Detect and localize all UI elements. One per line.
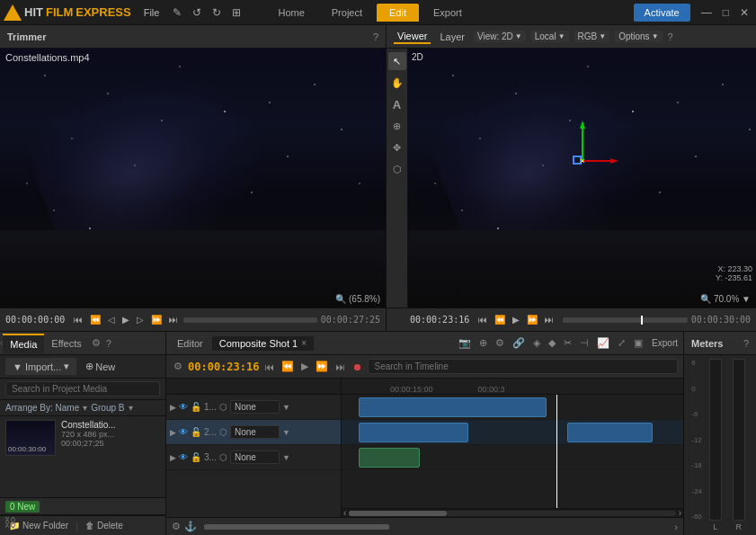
arrange-by-link[interactable]: Arrange By: Name: [5, 403, 79, 413]
viewer-step-fwd[interactable]: ⏩: [525, 314, 539, 325]
track3-expand[interactable]: ▶: [170, 453, 176, 462]
track3-name-input[interactable]: [230, 450, 280, 464]
zoom-fit-icon[interactable]: ⤢: [615, 336, 628, 350]
composite-close-btn[interactable]: ×: [301, 338, 307, 348]
track3-dropdown[interactable]: ▼: [282, 453, 290, 462]
track2-vis[interactable]: 👁: [179, 427, 188, 437]
delete-button[interactable]: 🗑 Delete: [82, 519, 127, 532]
trimmer-in-point[interactable]: ◁: [106, 314, 117, 325]
tab-edit[interactable]: Edit: [377, 4, 419, 22]
tl-step-back[interactable]: ⏪: [280, 360, 296, 373]
scroll-right-arrow[interactable]: ›: [679, 508, 681, 517]
undo-btn[interactable]: ↺: [188, 4, 206, 21]
settings-icon[interactable]: ⚙: [493, 336, 507, 350]
track1-dropdown[interactable]: ▼: [282, 403, 290, 412]
viewer-view-dropdown[interactable]: View: 2D ▼: [474, 31, 526, 42]
timeline-search-input[interactable]: [368, 359, 678, 374]
camera-icon[interactable]: 📷: [456, 336, 474, 350]
trim-icon[interactable]: ⊣: [577, 336, 591, 350]
marker-icon[interactable]: ◆: [546, 336, 558, 350]
trimmer-play[interactable]: ▶: [120, 314, 131, 325]
minimize-btn[interactable]: —: [698, 4, 716, 21]
trimmer-video-area[interactable]: Constellations.mp4 🔍 (65.8%): [0, 49, 386, 308]
footer-right-btn[interactable]: ›: [674, 522, 678, 532]
tl-skip-end[interactable]: ⏭: [334, 361, 347, 373]
viewer-tab-layer[interactable]: Layer: [436, 31, 468, 43]
activate-button[interactable]: Activate: [634, 4, 690, 22]
viewer-canvas[interactable]: 2D: [408, 49, 756, 308]
footer-settings-icon[interactable]: ⚙: [172, 521, 181, 532]
viewer-timebar[interactable]: [563, 317, 688, 323]
snap-icon[interactable]: ◈: [530, 336, 543, 350]
tool-select[interactable]: ↖: [388, 52, 406, 70]
tab-project[interactable]: Project: [319, 4, 375, 22]
track3-lock[interactable]: 🔓: [191, 452, 201, 462]
import-button[interactable]: ▼ Import... ▾: [5, 358, 76, 375]
track2-name-input[interactable]: [230, 425, 280, 439]
tool-text[interactable]: A: [388, 95, 406, 113]
media-item[interactable]: 00:00:30:00 Constellatio... 720 x 486 px…: [0, 416, 165, 459]
tool-add[interactable]: ⊕: [388, 117, 406, 135]
export-label[interactable]: Export: [652, 338, 678, 348]
viewer-step-back[interactable]: ⏪: [493, 314, 507, 325]
graph-icon[interactable]: 📈: [594, 336, 612, 350]
viewer-options-dropdown[interactable]: Options ▼: [615, 31, 662, 42]
viewer-rgb-dropdown[interactable]: RGB ▼: [574, 31, 610, 42]
viewer-tab-viewer[interactable]: Viewer: [394, 30, 431, 44]
scroll-track[interactable]: [349, 511, 675, 516]
trimmer-skip-end[interactable]: ⏭: [167, 314, 180, 325]
track1-expand[interactable]: ▶: [170, 403, 176, 412]
footer-anchor-icon[interactable]: ⚓: [184, 521, 197, 532]
viewer-play[interactable]: ▶: [511, 314, 521, 325]
trimmer-skip-start[interactable]: ⏮: [72, 314, 84, 325]
tl-settings-btn[interactable]: ⚙: [172, 360, 184, 373]
menu-file[interactable]: File: [137, 4, 167, 21]
add-track-icon[interactable]: ⊕: [476, 336, 490, 350]
render-icon[interactable]: ▣: [631, 336, 645, 350]
viewer-skip-end[interactable]: ⏭: [543, 314, 556, 325]
tool-mask[interactable]: ⬡: [388, 160, 406, 178]
tab-media[interactable]: Media: [3, 334, 44, 353]
scroll-thumb[interactable]: [349, 511, 447, 516]
footer-scrollbar[interactable]: [204, 524, 667, 530]
trimmer-out-point[interactable]: ▷: [135, 314, 146, 325]
track1-lock[interactable]: 🔓: [191, 402, 201, 412]
tl-clip-3a[interactable]: [359, 448, 420, 468]
trimmer-step-fwd[interactable]: ⏩: [149, 314, 164, 325]
tool-hand[interactable]: ✋: [388, 74, 406, 92]
track3-vis[interactable]: 👁: [179, 452, 188, 462]
trimmer-timebar[interactable]: [183, 317, 317, 323]
media-help-icon[interactable]: ?: [103, 338, 114, 349]
edit-icon[interactable]: ✎: [168, 4, 186, 21]
viewer-help[interactable]: ?: [668, 31, 673, 42]
tl-skip-start[interactable]: ⏮: [262, 361, 276, 373]
track2-dropdown[interactable]: ▼: [282, 428, 290, 437]
tab-export[interactable]: Export: [421, 4, 475, 22]
tool-transform[interactable]: ✥: [388, 138, 406, 156]
tl-clip-2a[interactable]: [359, 423, 468, 442]
tab-composite[interactable]: Composite Shot 1 ×: [212, 336, 314, 351]
tl-clip-2b[interactable]: [567, 423, 653, 442]
tab-editor[interactable]: Editor: [172, 336, 209, 351]
track1-vis[interactable]: 👁: [179, 402, 188, 412]
viewer-local-dropdown[interactable]: Local ▼: [531, 31, 569, 42]
media-settings-icon[interactable]: ⚙: [89, 337, 103, 349]
viewer-skip-start[interactable]: ⏮: [476, 314, 489, 325]
tl-step-fwd[interactable]: ⏩: [314, 360, 330, 373]
scroll-left-arrow[interactable]: ‹: [343, 508, 346, 517]
timeline-tracks[interactable]: [342, 395, 683, 508]
redo-btn[interactable]: ↻: [208, 4, 226, 21]
new-button[interactable]: ⊕ New: [80, 358, 120, 375]
meters-help[interactable]: ?: [743, 338, 749, 349]
link-icon[interactable]: 🔗: [510, 336, 528, 350]
grid-icon[interactable]: ⊞: [227, 4, 245, 21]
maximize-btn[interactable]: □: [719, 4, 733, 21]
trimmer-step-back[interactable]: ⏪: [88, 314, 102, 325]
close-btn[interactable]: ✕: [736, 4, 752, 21]
trimmer-help[interactable]: ?: [373, 31, 378, 42]
track2-expand[interactable]: ▶: [170, 428, 176, 437]
tl-play[interactable]: ▶: [299, 360, 310, 373]
track2-lock[interactable]: 🔓: [191, 427, 201, 437]
tab-effects[interactable]: Effects: [44, 334, 88, 352]
group-link[interactable]: Group B: [91, 403, 124, 413]
